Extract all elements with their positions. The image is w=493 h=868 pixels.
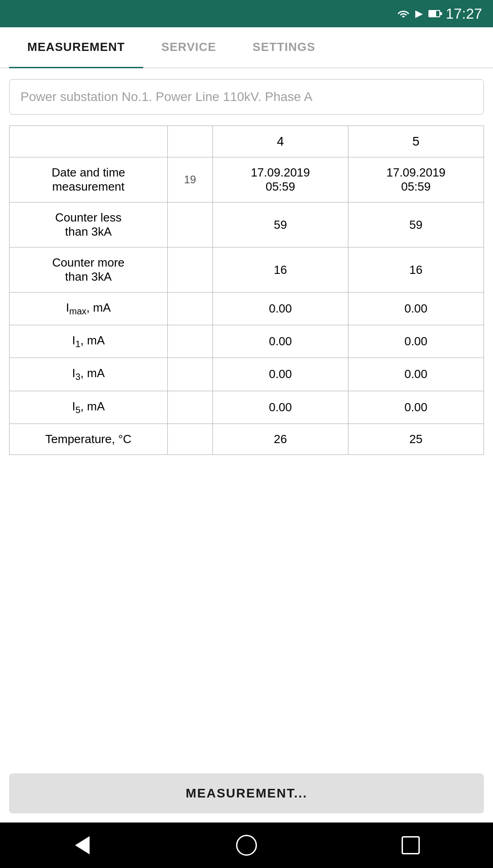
row-val3-i3: 0.00 [212,358,348,391]
row-label-i1: I1, mA [10,325,168,358]
status-icons: ▶ 17:27 [397,5,482,22]
back-icon [75,836,90,854]
row-label-temperature: Temperature, °C [10,424,168,454]
table-row: Counter lessthan 3kA 59 59 [10,202,484,247]
row-val4-i5: 0.00 [348,391,483,424]
row-label-i5: I5, mA [10,391,168,424]
home-icon [236,835,257,856]
row-num-imax [167,293,212,325]
status-bar: ▶ 17:27 [0,0,493,27]
row-val4-imax: 0.00 [348,293,483,325]
header-label-col [10,126,168,157]
row-label-counter-more: Counter morethan 3kA [10,247,168,293]
row-val3-temperature: 26 [212,424,348,454]
recent-button[interactable] [395,829,427,861]
header-num-col [167,126,212,157]
row-label-counter-less: Counter lessthan 3kA [10,202,168,247]
tab-settings[interactable]: SETTINGS [234,27,333,67]
row-num-counter-more [167,247,212,293]
row-val3-i1: 0.00 [212,325,348,358]
row-val3-counter-less: 59 [212,202,348,247]
row-num-i1 [167,325,212,358]
measurement-button[interactable]: MEASUREMENT... [9,773,484,813]
signal-icon: ▶ [415,8,423,20]
row-val4-counter-less: 59 [348,202,483,247]
wifi-icon [397,8,410,19]
table-header-row: 4 5 [10,126,484,157]
tab-service[interactable]: SERVICE [143,27,235,67]
row-val3-datetime: 17.09.201905:59 [212,157,348,202]
measurement-btn-container: MEASUREMENT... [9,773,484,813]
row-val3-imax: 0.00 [212,293,348,325]
table-row: Imax, mA 0.00 0.00 [10,293,484,325]
table-row: I5, mA 0.00 0.00 [10,391,484,424]
row-num-counter-less [167,202,212,247]
data-table-container: 4 5 Date and timemeasurement 19 17.09.20… [9,126,484,764]
info-bar: Power substation No.1. Power Line 110kV.… [9,79,484,115]
info-bar-text: Power substation No.1. Power Line 110kV.… [20,90,312,104]
header-col4: 5 [348,126,483,157]
row-val3-i5: 0.00 [212,391,348,424]
measurement-table: 4 5 Date and timemeasurement 19 17.09.20… [9,126,484,455]
row-num-i3 [167,358,212,391]
status-time: 17:27 [446,5,482,22]
header-col3: 4 [212,126,348,157]
row-label-datetime: Date and timemeasurement [10,157,168,202]
row-label-i3: I3, mA [10,358,168,391]
nav-bar [0,823,493,868]
row-val4-i1: 0.00 [348,325,483,358]
recent-icon [402,836,420,854]
row-val4-temperature: 25 [348,424,483,454]
row-num-i5 [167,391,212,424]
tab-measurement[interactable]: MEASUREMENT [9,27,143,68]
table-row: I3, mA 0.00 0.00 [10,358,484,391]
row-num-temperature [167,424,212,454]
back-button[interactable] [66,829,98,861]
table-row: Date and timemeasurement 19 17.09.201905… [10,157,484,202]
row-val4-datetime: 17.09.201905:59 [348,157,483,202]
row-val4-i3: 0.00 [348,358,483,391]
row-label-imax: Imax, mA [10,293,168,325]
battery-icon [428,10,440,17]
nav-tabs: MEASUREMENT SERVICE SETTINGS [0,27,493,68]
row-num-datetime: 19 [167,157,212,202]
home-button[interactable] [231,829,262,861]
row-val3-counter-more: 16 [212,247,348,293]
row-val4-counter-more: 16 [348,247,483,293]
table-row: Temperature, °C 26 25 [10,424,484,454]
table-row: I1, mA 0.00 0.00 [10,325,484,358]
table-row: Counter morethan 3kA 16 16 [10,247,484,293]
